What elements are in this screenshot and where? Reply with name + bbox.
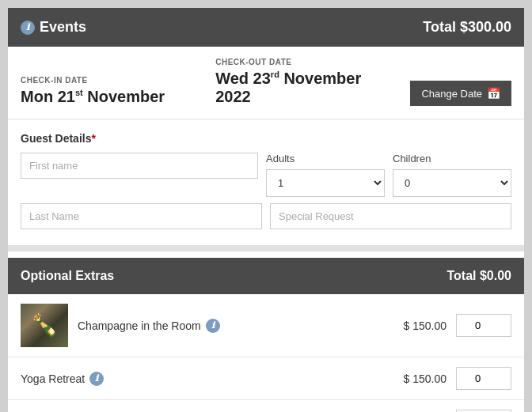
check-in-block: CHECK-IN DATE Mon 21st November (21, 76, 200, 106)
events-title: ℹ Events (21, 19, 86, 36)
children-field: Children 01234 (393, 153, 511, 197)
yoga-price: $ 150.00 (375, 372, 446, 385)
champagne-info-icon[interactable]: ℹ (206, 319, 220, 333)
guest-details-header: Guest Details* (21, 132, 511, 145)
extras-total: Total $0.00 (446, 269, 511, 283)
dates-row: CHECK-IN DATE Mon 21st November CHECK-OU… (21, 58, 511, 106)
adults-select[interactable]: 12345 (266, 169, 385, 197)
last-name-container (21, 203, 262, 229)
children-select[interactable]: 01234 (393, 169, 511, 197)
check-out-block: CHECK-OUT DATE Wed 23rd November 2022 (215, 58, 394, 106)
check-out-value: Wed 23rd November 2022 (215, 70, 394, 106)
yoga-info-icon[interactable]: ℹ (89, 372, 104, 386)
calendar-icon: 📅 (487, 87, 500, 100)
children-label: Children (393, 153, 511, 164)
section-divider (8, 245, 524, 251)
champagne-name: Champagne in the Room ℹ (78, 319, 366, 333)
main-container: ℹ Events Total $300.00 CHECK-IN DATE Mon… (8, 8, 524, 412)
yoga-name: Yoga Retreat ℹ (21, 372, 366, 386)
guest-section: Guest Details* Adults 12345 Children 012… (8, 119, 524, 245)
events-header: ℹ Events Total $300.00 (8, 8, 524, 47)
adults-label: Adults (266, 153, 385, 164)
extras-title: Optional Extras (21, 269, 114, 283)
check-in-value: Mon 21st November (21, 88, 200, 106)
events-info-icon[interactable]: ℹ (21, 21, 35, 35)
extras-header: Optional Extras Total $0.00 (8, 258, 524, 294)
first-name-input[interactable] (21, 153, 258, 179)
champagne-image (21, 304, 68, 347)
extras-item-champagne: Champagne in the Room ℹ $ 150.00 (8, 294, 524, 357)
check-out-label: CHECK-OUT DATE (215, 58, 394, 66)
dates-section: CHECK-IN DATE Mon 21st November CHECK-OU… (8, 47, 524, 119)
special-request-input[interactable] (270, 203, 511, 229)
special-request-container (270, 203, 511, 229)
yoga-qty-input[interactable] (456, 367, 511, 390)
change-date-label: Change Date (421, 88, 482, 100)
last-name-input[interactable] (21, 203, 262, 229)
extras-item-yoga: Yoga Retreat ℹ $ 150.00 (8, 357, 524, 400)
change-date-button[interactable]: Change Date 📅 (410, 81, 511, 106)
champagne-qty-input[interactable] (456, 314, 511, 337)
extras-item-kings: 2x King singles ℹ $ 0.00 (8, 400, 524, 412)
check-in-label: CHECK-IN DATE (21, 76, 200, 85)
name-fields (21, 153, 258, 197)
adults-field: Adults 12345 (266, 153, 385, 197)
events-title-text: Events (40, 19, 86, 36)
events-total: Total $300.00 (423, 19, 511, 36)
champagne-price: $ 150.00 (375, 319, 446, 332)
